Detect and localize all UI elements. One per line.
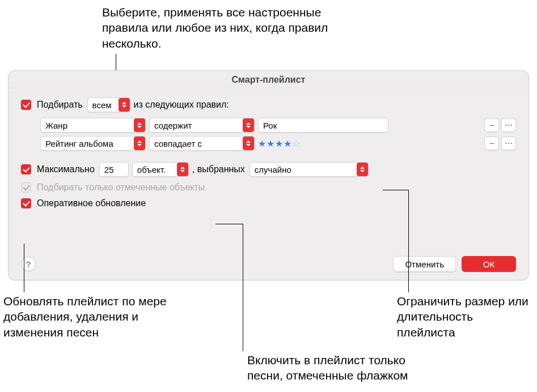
remove-rule-button[interactable]: − bbox=[484, 137, 499, 150]
live-update-label: Оперативное обновление bbox=[37, 198, 146, 208]
more-rule-button[interactable]: ⋯ bbox=[501, 118, 516, 132]
window-content: Подбирать всем из следующих правил: Жанр… bbox=[9, 88, 528, 222]
callout-line-bl bbox=[24, 244, 24, 292]
limit-unit-select[interactable]: объект. bbox=[132, 162, 189, 177]
remove-rule-button[interactable]: − bbox=[484, 118, 499, 132]
ok-button-label: ОК bbox=[483, 259, 494, 269]
limit-unit-value: объект. bbox=[137, 165, 174, 174]
annotation-top: Выберите, применять все настроенные прав… bbox=[102, 5, 352, 51]
window-title: Смарт-плейлист bbox=[9, 71, 528, 88]
limit-method-value: случайно bbox=[255, 165, 353, 174]
help-button[interactable]: ? bbox=[21, 257, 36, 271]
match-checkbox[interactable] bbox=[21, 100, 31, 110]
annotation-bottom-middle: Включить в плейлист только песни, отмече… bbox=[247, 352, 440, 384]
annotation-bottom-left: Обновлять плейлист по мере добавления, у… bbox=[3, 293, 179, 340]
stepper-icon bbox=[177, 163, 188, 176]
live-update-checkbox[interactable] bbox=[21, 198, 31, 208]
rule-op-select[interactable]: совпадает с bbox=[149, 136, 255, 151]
match-suffix-label: из следующих правил: bbox=[134, 100, 229, 110]
rule-value-input[interactable]: Рок bbox=[258, 118, 388, 133]
rule-op-select[interactable]: содержит bbox=[149, 118, 255, 133]
checked-only-label: Подбирать только отмеченные объекты bbox=[37, 182, 205, 193]
rule-star-rating[interactable]: ★★★★☆ bbox=[258, 138, 301, 149]
more-icon: ⋯ bbox=[505, 121, 513, 130]
rule-row: Рейтинг альбома совпадает с ★★★★☆ − ⋯ bbox=[40, 136, 516, 151]
rule-field-select[interactable]: Рейтинг альбома bbox=[40, 136, 146, 151]
match-prefix-label: Подбирать bbox=[37, 100, 83, 110]
callout-line-br-v bbox=[408, 190, 409, 292]
limit-checkbox[interactable] bbox=[21, 164, 31, 174]
callout-line-br-h bbox=[383, 190, 408, 190]
minus-icon: − bbox=[489, 139, 494, 148]
rule-row: Жанр содержит Рок − ⋯ bbox=[40, 118, 516, 133]
smart-playlist-window: Смарт-плейлист Подбирать всем из следующ… bbox=[8, 70, 529, 280]
cancel-button-label: Отменить bbox=[405, 259, 444, 269]
match-mode-value: всем bbox=[92, 100, 115, 110]
stepper-icon bbox=[134, 118, 145, 132]
more-icon: ⋯ bbox=[505, 139, 513, 148]
ok-button[interactable]: ОК bbox=[462, 256, 516, 272]
rule-field-select[interactable]: Жанр bbox=[40, 118, 146, 133]
help-icon: ? bbox=[26, 259, 31, 269]
match-mode-select[interactable]: всем bbox=[87, 97, 130, 112]
stepper-icon bbox=[243, 118, 254, 132]
checked-only-row: Подбирать только отмеченные объекты bbox=[21, 182, 516, 193]
minus-icon: − bbox=[489, 121, 494, 130]
stepper-icon bbox=[243, 137, 254, 150]
callout-line-bm-h bbox=[215, 224, 243, 224]
rule-op-value: содержит bbox=[154, 121, 239, 130]
callout-line-bm-v bbox=[243, 224, 243, 351]
more-rule-button[interactable]: ⋯ bbox=[501, 137, 516, 150]
limit-sep-label: , выбранных bbox=[192, 164, 245, 174]
stepper-icon bbox=[119, 98, 130, 112]
live-update-row: Оперативное обновление bbox=[21, 198, 516, 208]
limit-value-text: 25 bbox=[104, 165, 114, 174]
checked-only-checkbox bbox=[21, 182, 31, 193]
rule-op-value: совпадает с bbox=[154, 139, 239, 148]
annotation-bottom-right: Ограничить размер или длительность плейл… bbox=[397, 293, 533, 340]
dialog-footer: ? Отменить ОК bbox=[21, 256, 516, 272]
limit-method-select[interactable]: случайно bbox=[250, 162, 369, 177]
stepper-icon bbox=[134, 137, 145, 150]
rule-value-text: Рок bbox=[263, 121, 277, 130]
limit-value-input[interactable]: 25 bbox=[99, 162, 129, 177]
stepper-icon bbox=[357, 163, 368, 176]
cancel-button[interactable]: Отменить bbox=[393, 256, 456, 272]
limit-label: Максимально bbox=[37, 164, 95, 174]
rule-field-value: Жанр bbox=[45, 121, 130, 130]
rule-field-value: Рейтинг альбома bbox=[45, 139, 130, 148]
limit-row: Максимально 25 объект. , выбранных случа… bbox=[21, 162, 516, 177]
match-row: Подбирать всем из следующих правил: bbox=[21, 97, 516, 112]
